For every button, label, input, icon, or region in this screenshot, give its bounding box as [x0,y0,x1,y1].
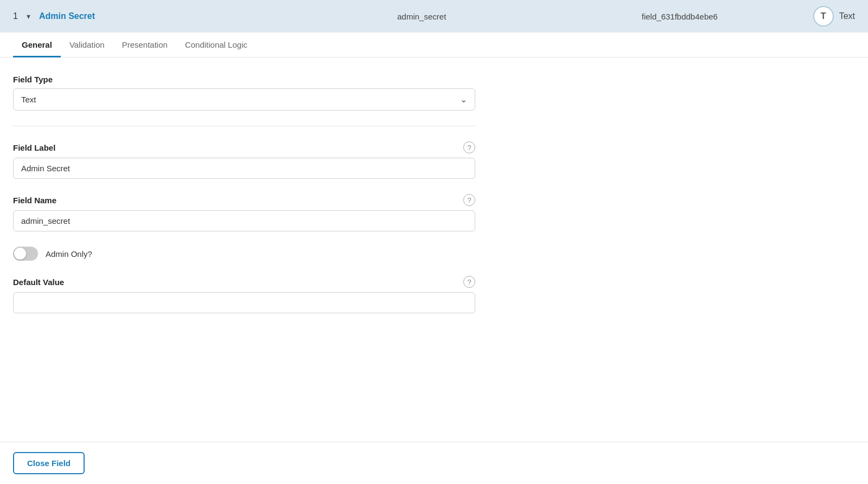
default-value-help-icon[interactable]: ? [463,276,475,288]
field-type-avatar: T [813,6,834,27]
field-slug: admin_secret [297,12,546,21]
field-type-label: Field Type [13,75,53,84]
tab-validation[interactable]: Validation [61,33,113,57]
default-value-group: Default Value ? [13,276,475,313]
field-name-group: Field Name ? [13,194,475,231]
field-label-help-icon[interactable]: ? [463,141,475,153]
tabs-bar: General Validation Presentation Conditio… [0,33,868,57]
admin-only-row: Admin Only? [13,247,475,261]
section-divider-1 [13,126,475,126]
default-value-label-row: Default Value ? [13,276,475,288]
field-name-label: Field Name [13,196,56,205]
field-label-label-row: Field Label ? [13,141,475,153]
field-title: Admin Secret [39,11,289,21]
content-area: Field Type Text ⌄ Field Label ? Field Na… [0,57,488,341]
admin-only-toggle[interactable] [13,247,38,261]
admin-only-label: Admin Only? [46,249,92,259]
close-field-button[interactable]: Close Field [13,452,85,474]
tab-presentation[interactable]: Presentation [113,33,176,57]
field-type-area: T Text [813,6,855,27]
toggle-thumb [14,248,26,260]
field-type-select[interactable]: Text ⌄ [13,88,475,111]
tab-conditional-logic[interactable]: Conditional Logic [176,33,256,57]
field-number: 1 [13,11,18,21]
field-name-input[interactable] [13,210,475,231]
field-type-group: Field Type Text ⌄ [13,75,475,111]
field-label-label: Field Label [13,143,55,152]
default-value-input[interactable] [13,292,475,313]
field-type-header-label: Text [839,11,855,21]
field-name-help-icon[interactable]: ? [463,194,475,206]
field-label-input[interactable] [13,158,475,179]
chevron-icon[interactable]: ▾ [27,12,30,21]
field-header: 1 ▾ Admin Secret admin_secret field_631f… [0,0,868,33]
field-id: field_631fbddb4ebe6 [555,12,805,21]
footer-bar: Close Field [0,442,868,484]
field-type-select-wrapper[interactable]: Text ⌄ [13,88,475,111]
field-name-label-row: Field Name ? [13,194,475,206]
field-type-label-row: Field Type [13,75,475,84]
chevron-down-icon: ⌄ [460,94,467,105]
field-type-select-value: Text [21,95,36,104]
tab-general[interactable]: General [13,33,61,57]
field-label-group: Field Label ? [13,141,475,179]
default-value-label: Default Value [13,278,64,287]
